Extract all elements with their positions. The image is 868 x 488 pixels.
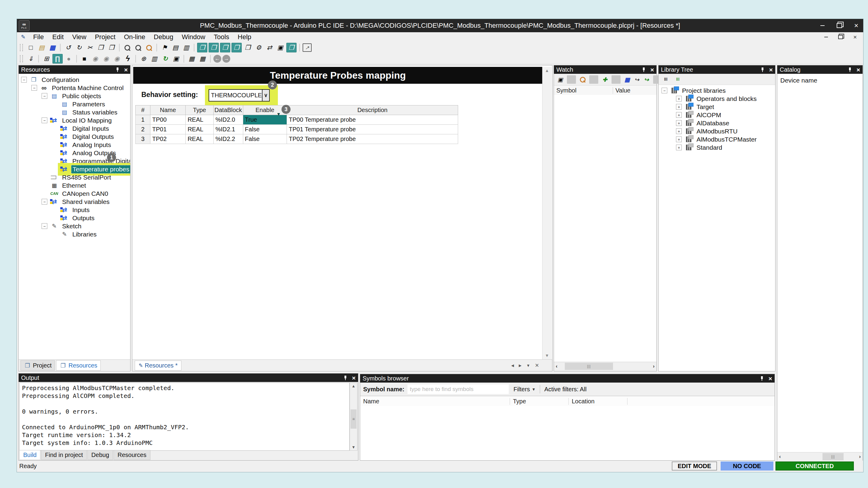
toolbar-grip[interactable] xyxy=(20,55,23,62)
separator[interactable] xyxy=(38,55,39,63)
no-code-indicator[interactable]: NO CODE xyxy=(721,461,773,470)
tree-item[interactable]: CAN CANopen CAN0 xyxy=(19,190,130,198)
print-preview-icon[interactable]: ▥ xyxy=(181,43,191,52)
expander-icon[interactable] xyxy=(21,77,27,83)
menu-item[interactable]: Project xyxy=(91,32,120,42)
download-code-icon[interactable]: ⇓ xyxy=(26,54,36,63)
menu-item[interactable]: Edit xyxy=(48,32,68,42)
menu-item[interactable]: Window xyxy=(178,32,210,42)
probe-description-cell[interactable]: TP00 Temperature probe xyxy=(287,115,458,125)
library-tree-window-toggle-icon[interactable]: ❒ xyxy=(220,43,230,53)
scroll-down-icon[interactable]: ▼ xyxy=(350,445,357,450)
tree-item[interactable]: ⇄ Digital Inputs xyxy=(19,124,130,133)
tree-item[interactable]: ⇄ Outputs xyxy=(19,214,130,222)
pin-icon[interactable] xyxy=(760,67,765,72)
debug-icon[interactable]: ϟ xyxy=(123,54,133,63)
close-button[interactable]: × xyxy=(852,22,860,30)
probe-name-cell[interactable]: TP01 xyxy=(150,125,186,134)
output-tab[interactable]: Build xyxy=(19,450,40,460)
save-watch-list-icon[interactable]: ▦ xyxy=(623,75,632,84)
expander-icon[interactable] xyxy=(41,199,47,204)
form-view-icon[interactable]: ▣ xyxy=(556,75,565,84)
expander-icon[interactable] xyxy=(41,223,47,229)
enable-dropdown-arrow-icon[interactable]: ▼ xyxy=(276,111,281,117)
mdi-minimize-button[interactable] xyxy=(822,33,830,41)
refresh-libraries-icon[interactable]: ≡ xyxy=(673,75,683,84)
tree-item[interactable]: ⇄ Analog Inputs xyxy=(19,141,130,149)
separator[interactable] xyxy=(60,44,61,52)
insert-record-icon[interactable] xyxy=(578,75,587,84)
text-window-toggle-icon[interactable]: ▣ xyxy=(276,43,285,52)
probe-enable-cell[interactable]: False xyxy=(243,134,287,144)
menu-item[interactable]: File xyxy=(29,32,48,42)
add-symbol-icon[interactable]: ✚ xyxy=(600,75,610,84)
menu-item[interactable]: On-line xyxy=(120,32,150,42)
probe-name-cell[interactable]: TP00 xyxy=(150,115,186,125)
editor-vertical-scrollbar[interactable]: ▲ ▼ xyxy=(542,67,552,370)
tree-item[interactable]: ▦ Ethernet xyxy=(19,181,130,190)
mdi-restore-button[interactable] xyxy=(837,33,844,41)
scroll-thumb[interactable] xyxy=(565,363,613,370)
properties-window-toggle-icon[interactable]: ❒ xyxy=(209,43,219,53)
output-tab[interactable]: Debug xyxy=(87,450,113,460)
output-log[interactable]: Preprocessing AlModbusTCPMaster complete… xyxy=(19,383,350,451)
scroll-thumb[interactable]: ≡ xyxy=(350,410,356,429)
pin-icon[interactable] xyxy=(847,67,852,72)
tab-close-icon[interactable]: × xyxy=(535,361,539,369)
probe-name-cell[interactable]: TP02 xyxy=(150,134,186,144)
library-tree-item[interactable]: AlCOPM xyxy=(658,111,775,119)
tree-item[interactable]: ⇄ Temperature probes xyxy=(19,165,130,173)
async-window-toggle-icon[interactable]: ⇄ xyxy=(265,43,274,52)
filters-dropdown[interactable]: Filters ▼ xyxy=(514,386,535,393)
expander-icon[interactable] xyxy=(676,112,682,118)
close-icon[interactable]: × xyxy=(650,67,654,73)
panel-tab[interactable]: ❐ Resources xyxy=(56,360,101,370)
separator[interactable] xyxy=(210,55,211,63)
library-tree-item[interactable]: Standard xyxy=(658,143,775,152)
symbols-browser-toggle-icon[interactable]: ❒ xyxy=(286,43,297,53)
behavior-setting-select[interactable]: THERMOCOUPLE ∨ xyxy=(209,89,270,101)
separator[interactable] xyxy=(589,75,598,84)
probe-datablock-cell[interactable]: %ID2.0 xyxy=(213,115,243,125)
watch-col-value[interactable]: Value xyxy=(613,87,656,94)
tab-list-icon[interactable]: ▼ xyxy=(526,363,530,368)
options-window-toggle-icon[interactable]: ⚙ xyxy=(254,43,264,52)
scroll-down-icon[interactable]: ▼ xyxy=(542,353,552,358)
tab-scroll-left-icon[interactable]: ◂ xyxy=(511,362,514,369)
tree-item[interactable]: ∏ RS485 SerialPort xyxy=(19,173,130,181)
separator[interactable] xyxy=(299,44,300,52)
find-in-project-icon[interactable] xyxy=(144,43,154,52)
tree-item[interactable]: ✎ Libraries xyxy=(19,230,130,238)
open-project-icon[interactable]: ▤ xyxy=(37,43,46,52)
new-project-icon[interactable]: □ xyxy=(26,43,36,52)
edit-mode-indicator[interactable]: EDIT MODE xyxy=(672,461,717,470)
toolbar-grip[interactable] xyxy=(20,44,23,51)
close-icon[interactable]: × xyxy=(769,67,773,73)
grid-view-icon[interactable]: ▦ xyxy=(198,54,207,63)
online-download-icon[interactable]: ⊕ xyxy=(138,54,148,63)
library-tree-item[interactable]: Project libraries xyxy=(658,87,775,95)
close-icon[interactable]: × xyxy=(857,67,860,73)
menu-item[interactable]: View xyxy=(68,32,90,42)
probe-type-cell[interactable]: REAL xyxy=(186,134,213,144)
expander-icon[interactable] xyxy=(676,120,682,126)
output-tab[interactable]: Resources xyxy=(114,450,150,460)
probe-enable-cell[interactable]: False xyxy=(243,125,287,134)
run-icon[interactable]: ◉ xyxy=(90,54,100,63)
minimize-button[interactable] xyxy=(818,22,827,30)
probe-description-cell[interactable]: TP02 Temperature probe xyxy=(287,134,458,144)
tab-scroll-right-icon[interactable]: ▸ xyxy=(519,362,521,369)
library-tree-item[interactable]: AlModbusTCPMaster xyxy=(658,135,775,143)
output-vertical-scrollbar[interactable]: ▲ ▼ ≡ xyxy=(350,383,358,451)
append-watch-list-icon[interactable]: ↪ xyxy=(642,75,651,84)
tree-item[interactable]: ⇄ Inputs xyxy=(19,206,130,214)
scroll-right-icon[interactable]: › xyxy=(859,454,861,460)
close-icon[interactable]: × xyxy=(769,375,772,382)
stop-icon[interactable]: ■ xyxy=(80,54,89,63)
expander-icon[interactable] xyxy=(676,136,682,142)
scroll-left-icon[interactable]: ‹ xyxy=(779,454,781,460)
mdi-close-button[interactable]: × xyxy=(851,33,859,41)
expander-icon[interactable] xyxy=(676,128,682,134)
col-num[interactable]: # xyxy=(135,105,150,115)
probe-description-cell[interactable]: TP01 Temperature probe xyxy=(287,125,458,134)
